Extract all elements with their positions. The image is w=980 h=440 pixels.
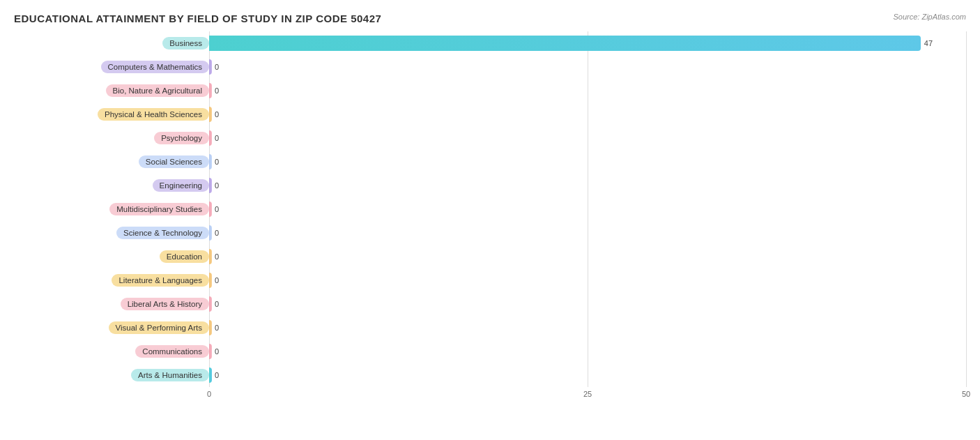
bar-label-pill-computers: Computers & Mathematics xyxy=(101,61,210,73)
bar-label-pill-psychology: Psychology xyxy=(154,132,209,144)
bar-label-area-science: Science & Technology xyxy=(14,227,209,239)
grid-line-50 xyxy=(966,126,967,150)
grid-line-50 xyxy=(966,245,967,268)
bar-row-education: Education0 xyxy=(14,245,966,268)
x-tick-50: 50 xyxy=(962,390,970,398)
bar-value-arts: 0 xyxy=(215,371,219,379)
bar-track-psychology xyxy=(209,130,966,146)
bar-row-business: Business47 xyxy=(14,31,966,55)
bar-row-visual: Visual & Performing Arts0 xyxy=(14,316,966,340)
bar-value-physical: 0 xyxy=(215,110,219,119)
bar-value-bio: 0 xyxy=(215,86,219,95)
x-tick-25: 25 xyxy=(583,390,592,398)
bar-chart-area-education: 0 xyxy=(209,245,966,268)
bar-row-psychology: Psychology0 xyxy=(14,126,966,150)
grid-line-50 xyxy=(966,197,967,221)
bar-value-education: 0 xyxy=(215,252,219,261)
bar-fill-multi xyxy=(209,202,212,217)
bar-row-multi: Multidisciplinary Studies0 xyxy=(14,197,966,221)
bar-label-pill-education: Education xyxy=(160,250,209,263)
chart-title: EDUCATIONAL ATTAINMENT BY FIELD OF STUDY… xyxy=(14,13,966,24)
bar-track-computers xyxy=(209,59,966,75)
bar-chart-area-visual: 0 xyxy=(209,316,966,340)
bar-label-area-education: Education xyxy=(14,250,209,263)
bar-row-literature: Literature & Languages0 xyxy=(14,268,966,292)
bar-label-area-liberal: Liberal Arts & History xyxy=(14,298,209,310)
bar-value-psychology: 0 xyxy=(215,134,219,142)
bar-value-liberal: 0 xyxy=(215,300,219,308)
bar-chart-area-literature: 0 xyxy=(209,268,966,292)
bar-chart-area-social: 0 xyxy=(209,150,966,174)
grid-line-50 xyxy=(966,55,967,79)
bar-track-science xyxy=(209,225,966,241)
bar-label-pill-engineering: Engineering xyxy=(153,179,209,192)
bar-fill-literature xyxy=(209,273,212,288)
bar-row-engineering: Engineering0 xyxy=(14,174,966,197)
bar-value-literature: 0 xyxy=(215,276,219,285)
bar-row-computers: Computers & Mathematics0 xyxy=(14,55,966,79)
grid-line-50 xyxy=(966,221,967,245)
bar-label-area-psychology: Psychology xyxy=(14,132,209,144)
bar-chart-area-business: 47 xyxy=(209,31,966,55)
bar-label-area-bio: Bio, Nature & Agricultural xyxy=(14,84,209,97)
bar-track-social xyxy=(209,154,966,169)
bar-chart-area-engineering: 0 xyxy=(209,174,966,197)
bar-value-business: 47 xyxy=(924,39,933,47)
bar-chart-area-psychology: 0 xyxy=(209,126,966,150)
bar-value-science: 0 xyxy=(215,229,219,237)
bar-label-pill-multi: Multidisciplinary Studies xyxy=(109,203,209,215)
bar-fill-social xyxy=(209,154,212,169)
bar-label-area-literature: Literature & Languages xyxy=(14,274,209,287)
bar-label-pill-communications: Communications xyxy=(135,345,209,358)
bar-row-bio: Bio, Nature & Agricultural0 xyxy=(14,79,966,103)
bar-value-computers: 0 xyxy=(215,63,219,71)
grid-line-50 xyxy=(966,103,967,126)
bar-fill-engineering xyxy=(209,178,212,193)
bar-track-arts xyxy=(209,367,966,383)
bar-fill-psychology xyxy=(209,130,212,146)
bar-label-pill-business: Business xyxy=(162,37,209,50)
bar-value-visual: 0 xyxy=(215,324,219,332)
x-tick-0: 0 xyxy=(207,390,211,398)
chart-area: Business47Computers & Mathematics0Bio, N… xyxy=(14,31,966,393)
bar-row-arts: Arts & Humanities0 xyxy=(14,363,966,387)
bar-chart-area-arts: 0 xyxy=(209,363,966,387)
bar-label-area-social: Social Sciences xyxy=(14,155,209,168)
bar-label-pill-arts: Arts & Humanities xyxy=(131,369,209,381)
x-axis: 02550 xyxy=(209,390,966,393)
bar-label-area-physical: Physical & Health Sciences xyxy=(14,108,209,121)
bar-fill-science xyxy=(209,225,212,241)
bar-track-visual xyxy=(209,320,966,335)
grid-line-50 xyxy=(966,340,967,363)
bar-track-liberal xyxy=(209,296,966,312)
bar-value-engineering: 0 xyxy=(215,181,219,190)
bar-chart-area-science: 0 xyxy=(209,221,966,245)
bar-fill-computers xyxy=(209,59,212,75)
bar-chart-area-bio: 0 xyxy=(209,79,966,103)
bar-label-area-multi: Multidisciplinary Studies xyxy=(14,203,209,215)
bar-fill-physical xyxy=(209,107,212,122)
bar-fill-liberal xyxy=(209,296,212,312)
bar-label-pill-visual: Visual & Performing Arts xyxy=(109,321,209,334)
bar-chart-area-multi: 0 xyxy=(209,197,966,221)
bar-row-liberal: Liberal Arts & History0 xyxy=(14,292,966,316)
bar-fill-bio xyxy=(209,83,212,98)
source-text: Source: ZipAtlas.com xyxy=(893,13,966,21)
grid-line-50 xyxy=(966,316,967,340)
chart-container: EDUCATIONAL ATTAINMENT BY FIELD OF STUDY… xyxy=(0,0,980,440)
bar-row-communications: Communications0 xyxy=(14,340,966,363)
bar-value-communications: 0 xyxy=(215,347,219,356)
bar-row-social: Social Sciences0 xyxy=(14,150,966,174)
bar-label-pill-bio: Bio, Nature & Agricultural xyxy=(106,84,209,97)
bar-fill-arts xyxy=(209,367,212,383)
bar-fill-visual xyxy=(209,320,212,335)
grid-line-50 xyxy=(966,150,967,174)
bar-track-literature xyxy=(209,273,966,288)
bar-label-pill-physical: Physical & Health Sciences xyxy=(98,108,209,121)
bar-label-pill-literature: Literature & Languages xyxy=(112,274,209,287)
bar-chart-area-liberal: 0 xyxy=(209,292,966,316)
grid-line-50 xyxy=(966,292,967,316)
grid-line-50 xyxy=(966,79,967,103)
bar-chart-area-physical: 0 xyxy=(209,103,966,126)
bar-label-area-communications: Communications xyxy=(14,345,209,358)
